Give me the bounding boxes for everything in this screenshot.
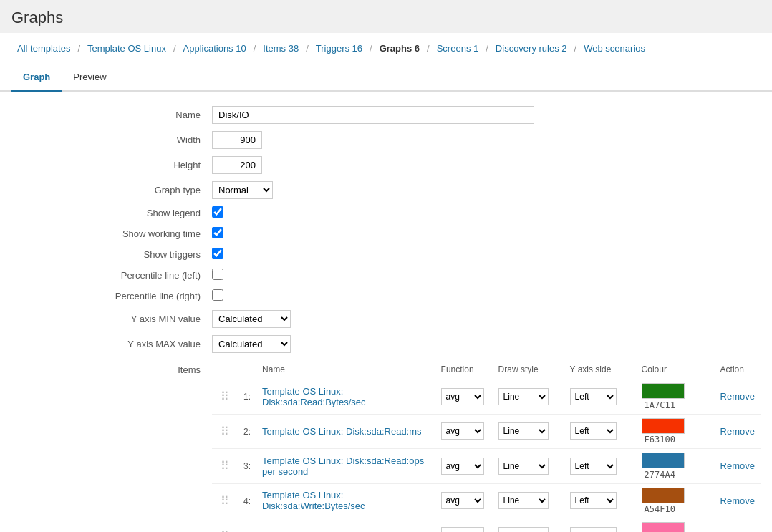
form-row-show-legend: Show legend [11, 206, 761, 220]
items-label-row: Items Name Function Draw style Y axis si… [11, 360, 761, 532]
breadcrumb-all-templates[interactable]: All templates [11, 33, 76, 64]
select-function-3[interactable]: avgminmaxalllast [441, 458, 484, 475]
item-action-cell: Remove [715, 518, 761, 532]
select-graph-type[interactable]: Normal Stacked Pie Exploded [212, 181, 273, 199]
item-colour-cell: 2774A4 [636, 449, 715, 484]
color-hex-2: F63100 [645, 435, 675, 445]
item-name-link[interactable]: Template OS Linux: Disk:sda:Read:Bytes/s… [262, 386, 366, 407]
item-y-axis-cell: LeftRight [564, 449, 636, 484]
item-name-link[interactable]: Template OS Linux: Disk:sda:Read:ms [262, 426, 422, 437]
th-draw-style: Draw style [493, 360, 564, 379]
select-y-axis-5[interactable]: LeftRight [570, 527, 617, 532]
item-name-cell: Template OS Linux: Disk:sda:Read:ops per… [256, 449, 435, 484]
color-swatch-1[interactable] [642, 383, 685, 399]
drag-handle-icon[interactable]: ⠿ [218, 495, 232, 507]
form-control-show-triggers [212, 248, 761, 261]
item-action-cell: Remove [715, 379, 761, 415]
select-draw-style-1[interactable]: LineFilled regionBold lineDotDashed line [498, 388, 549, 405]
form-row-percentile-right: Percentile line (right) [11, 289, 761, 303]
item-num: 4: [243, 496, 251, 506]
items-section: Items Name Function Draw style Y axis si… [11, 360, 761, 532]
select-y-min[interactable]: Calculated Fixed Item [212, 310, 291, 328]
checkbox-percentile-right[interactable] [212, 289, 223, 301]
remove-item-2[interactable]: Remove [720, 426, 755, 437]
color-swatch-4[interactable] [642, 488, 685, 503]
checkbox-percentile-left[interactable] [212, 269, 223, 280]
drag-handle-icon[interactable]: ⠿ [218, 530, 232, 532]
breadcrumb-template-os-linux[interactable]: Template OS Linux [82, 33, 172, 64]
item-colour-cell: F63100 [636, 414, 715, 449]
item-draw-style-cell: LineFilled regionBold lineDotDashed line [493, 379, 564, 415]
select-y-axis-1[interactable]: LeftRight [570, 388, 617, 405]
label-y-max: Y axis MAX value [11, 339, 212, 349]
label-show-legend: Show legend [11, 208, 212, 218]
select-function-4[interactable]: avgminmaxalllast [441, 492, 484, 509]
item-y-axis-cell: LeftRight [564, 379, 636, 415]
drag-handle-icon[interactable]: ⠿ [218, 460, 232, 472]
select-function-2[interactable]: avgminmaxalllast [441, 422, 484, 440]
nav-triggers[interactable]: Triggers 16 [310, 33, 368, 64]
tab-preview[interactable]: Preview [62, 64, 117, 92]
sep6: / [425, 43, 431, 54]
form-control-y-max: Calculated Fixed Item [212, 335, 761, 353]
remove-item-3[interactable]: Remove [720, 460, 755, 471]
th-colour: Colour [636, 360, 715, 379]
color-swatch-2[interactable] [642, 418, 685, 434]
item-name-cell: Template OS Linux: Disk:sda:Write:ms [256, 518, 435, 532]
input-height[interactable] [212, 156, 262, 174]
form-row-show-working-time: Show working time [11, 227, 761, 241]
form-row-y-min: Y axis MIN value Calculated Fixed Item [11, 310, 761, 328]
select-y-max[interactable]: Calculated Fixed Item [212, 335, 291, 353]
form-control-show-working-time [212, 227, 761, 241]
tabs-bar: Graph Preview [0, 64, 772, 92]
color-hex-1: 1A7C11 [645, 400, 675, 410]
table-row: ⠿ 5: Template OS Linux: Disk:sda:Write:m… [212, 518, 761, 532]
color-swatch-5[interactable] [642, 522, 685, 532]
select-function-1[interactable]: avgminmaxalllast [441, 388, 484, 405]
form-control-graph-type: Normal Stacked Pie Exploded [212, 181, 761, 199]
nav-web-scenarios[interactable]: Web scenarios [578, 33, 651, 64]
form-control-show-legend [212, 206, 761, 220]
item-y-axis-cell: LeftRight [564, 414, 636, 449]
item-function-cell: avgminmaxalllast [435, 449, 493, 484]
drag-handle-icon[interactable]: ⠿ [218, 425, 232, 437]
select-y-axis-3[interactable]: LeftRight [570, 458, 617, 475]
drag-handle-icon[interactable]: ⠿ [218, 390, 232, 402]
nav-screens[interactable]: Screens 1 [431, 33, 485, 64]
item-name-link[interactable]: Template OS Linux: Disk:sda:Write:Bytes/… [262, 490, 365, 511]
form-control-percentile-right [212, 289, 761, 303]
item-function-cell: avgminmaxalllast [435, 483, 493, 518]
item-name-cell: Template OS Linux: Disk:sda:Write:Bytes/… [256, 483, 435, 518]
checkbox-show-working-time[interactable] [212, 227, 223, 238]
select-draw-style-5[interactable]: LineFilled regionBold lineDotDashed line [498, 527, 549, 532]
tab-graph[interactable]: Graph [11, 64, 62, 92]
form-control-height [212, 156, 761, 174]
nav-applications[interactable]: Applications 10 [178, 33, 252, 64]
item-draw-style-cell: LineFilled regionBold lineDotDashed line [493, 518, 564, 532]
th-function: Function [435, 360, 493, 379]
select-y-axis-2[interactable]: LeftRight [570, 422, 617, 440]
select-y-axis-4[interactable]: LeftRight [570, 492, 617, 509]
item-name-cell: Template OS Linux: Disk:sda:Read:ms [256, 414, 435, 449]
color-swatch-3[interactable] [642, 453, 685, 468]
remove-item-4[interactable]: Remove [720, 495, 755, 506]
select-draw-style-3[interactable]: LineFilled regionBold lineDotDashed line [498, 458, 549, 475]
input-name[interactable] [212, 106, 534, 124]
nav-discovery[interactable]: Discovery rules 2 [490, 33, 573, 64]
th-num [238, 360, 256, 379]
label-width: Width [11, 135, 212, 145]
drag-handle-cell: ⠿ [212, 518, 238, 532]
nav-items[interactable]: Items 38 [257, 33, 304, 64]
form-control-y-min: Calculated Fixed Item [212, 310, 761, 328]
select-draw-style-4[interactable]: LineFilled regionBold lineDotDashed line [498, 492, 549, 509]
select-draw-style-2[interactable]: LineFilled regionBold lineDotDashed line [498, 422, 549, 440]
checkbox-show-triggers[interactable] [212, 248, 223, 259]
remove-item-1[interactable]: Remove [720, 391, 755, 402]
input-width[interactable] [212, 131, 262, 149]
sep8: / [573, 43, 579, 54]
checkbox-show-legend[interactable] [212, 206, 223, 218]
item-num-cell: 4: [238, 483, 256, 518]
select-function-5[interactable]: avgminmaxalllast [441, 527, 484, 532]
item-name-link[interactable]: Template OS Linux: Disk:sda:Read:ops per… [262, 455, 424, 477]
form-row-width: Width [11, 131, 761, 149]
